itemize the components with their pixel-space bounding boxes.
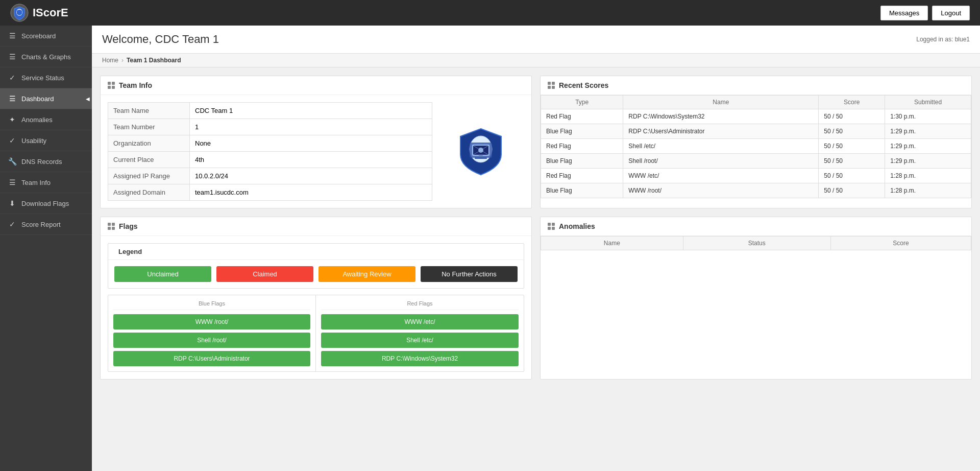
download-flags-icon: ⬇	[8, 199, 16, 207]
anomalies-card-header: Anomalies	[541, 217, 971, 236]
blue-flag-button[interactable]: WWW /root/	[113, 314, 310, 329]
legend-no-further-actions[interactable]: No Further Actions	[421, 266, 518, 282]
team-field-value: CDC Team 1	[190, 103, 432, 119]
team-info-icon: ☰	[8, 178, 16, 186]
scores-name: WWW /etc/	[623, 169, 819, 183]
blue-flags-header: Blue Flags	[113, 300, 310, 310]
sidebar-label-service-status: Service Status	[21, 74, 64, 82]
sidebar-item-team-info[interactable]: ☰ Team Info	[0, 172, 92, 193]
sidebar-label-dns-records: DNS Records	[21, 158, 62, 166]
team-info-table: Team NameCDC Team 1Team Number1Organizat…	[108, 102, 432, 201]
anomaly-col-header: Name	[541, 237, 683, 250]
scoreboard-icon: ☰	[8, 32, 16, 40]
recent-scores-body: TypeNameScoreSubmitted Red FlagRDP C:\Wi…	[541, 95, 971, 198]
blue-flag-button[interactable]: Shell /root/	[113, 333, 310, 348]
scores-score: 50 / 50	[819, 169, 885, 183]
breadcrumb-current: Team 1 Dashboard	[127, 57, 181, 64]
legend-awaiting-review[interactable]: Awaiting Review	[318, 266, 415, 282]
sidebar-item-dashboard[interactable]: ☰ Dashboard ◀	[0, 88, 92, 109]
flags-card: Flags Legend Unclaimed Claimed	[100, 217, 532, 380]
logo-text: IScorE	[33, 6, 68, 19]
anomalies-icon: ✦	[8, 115, 16, 124]
team-info-card: Team Info Team NameCDC Team 1Team Number…	[100, 76, 532, 208]
scores-row: Red FlagWWW /etc/50 / 501:28 p.m.	[541, 169, 971, 183]
main-header: Welcome, CDC Team 1 Logged in as: blue1	[92, 26, 980, 54]
legend-claimed[interactable]: Claimed	[216, 266, 313, 282]
sidebar-label-anomalies: Anomalies	[21, 116, 53, 124]
red-flag-button[interactable]: RDP C:\Windows\System32	[321, 351, 519, 366]
topbar: IScorE Messages Logout	[0, 0, 980, 26]
breadcrumb: Home › Team 1 Dashboard	[92, 54, 980, 67]
usability-icon: ✓	[8, 136, 16, 145]
sidebar: ☰ Scoreboard ☰ Charts & Graphs ✓ Service…	[0, 26, 92, 471]
anomalies-card: Anomalies NameStatusScore	[540, 217, 972, 380]
scores-score: 50 / 50	[819, 139, 885, 154]
sidebar-item-anomalies[interactable]: ✦ Anomalies	[0, 109, 92, 130]
team-field-label: Team Name	[108, 103, 190, 119]
dns-icon: 🔧	[8, 157, 16, 166]
sidebar-item-dns-records[interactable]: 🔧 DNS Records	[0, 151, 92, 172]
scores-row: Red FlagRDP C:\Windows\System3250 / 501:…	[541, 109, 971, 124]
red-flags-list: WWW /etc/Shell /etc/RDP C:\Windows\Syste…	[321, 314, 519, 366]
scores-submitted: 1:29 p.m.	[885, 124, 971, 139]
flags-grid: Blue Flags WWW /root/Shell /root/RDP C:\…	[108, 295, 524, 372]
legend-body: Unclaimed Claimed Awaiting Review No Fur…	[108, 260, 524, 288]
team-field-value: 10.0.2.0/24	[190, 168, 432, 184]
red-flag-button[interactable]: WWW /etc/	[321, 314, 519, 329]
recent-scores-card-header: Recent Scores	[541, 76, 971, 95]
svg-rect-10	[475, 157, 487, 159]
messages-button[interactable]: Messages	[880, 6, 928, 20]
blue-flags-col: Blue Flags WWW /root/Shell /root/RDP C:\…	[108, 295, 316, 371]
sidebar-item-charts-graphs[interactable]: ☰ Charts & Graphs	[0, 46, 92, 67]
scores-name: RDP C:\Users\Administrator	[623, 124, 819, 139]
scores-row: Blue FlagWWW /root/50 / 501:28 p.m.	[541, 183, 971, 198]
sidebar-item-download-flags[interactable]: ⬇ Download Flags	[0, 193, 92, 214]
sidebar-label-charts-graphs: Charts & Graphs	[21, 53, 71, 61]
team-field-label: Assigned IP Range	[108, 168, 190, 184]
charts-icon: ☰	[8, 53, 16, 61]
team-field-value: team1.isucdc.com	[190, 184, 432, 201]
scores-score: 50 / 50	[819, 124, 885, 139]
logout-button[interactable]: Logout	[932, 6, 970, 20]
service-status-icon: ✓	[8, 74, 16, 82]
red-flag-button[interactable]: Shell /etc/	[321, 333, 519, 348]
breadcrumb-home[interactable]: Home	[102, 57, 118, 64]
scores-type: Red Flag	[541, 169, 623, 183]
flags-body: Legend Unclaimed Claimed Awaiting Review…	[101, 236, 531, 379]
scores-type: Red Flag	[541, 139, 623, 154]
sidebar-label-usability: Usability	[21, 137, 46, 145]
scores-score: 50 / 50	[819, 154, 885, 169]
scores-name: Shell /root/	[623, 154, 819, 169]
scores-score: 50 / 50	[819, 109, 885, 124]
logged-in-status: Logged in as: blue1	[916, 36, 970, 43]
scores-score: 50 / 50	[819, 183, 885, 198]
sidebar-label-dashboard: Dashboard	[21, 95, 54, 103]
blue-flag-button[interactable]: RDP C:\Users\Administrator	[113, 351, 310, 366]
sidebar-item-usability[interactable]: ✓ Usability	[0, 130, 92, 151]
scores-submitted: 1:30 p.m.	[885, 109, 971, 124]
sidebar-item-scoreboard[interactable]: ☰ Scoreboard	[0, 26, 92, 46]
team-info-row: OrganizationNone	[108, 135, 432, 152]
flags-grid-icon	[108, 223, 115, 230]
recent-scores-card: Recent Scores TypeNameScoreSubmitted Red…	[540, 76, 972, 208]
scores-row: Blue FlagRDP C:\Users\Administrator50 / …	[541, 124, 971, 139]
scores-col-header: Name	[623, 96, 819, 109]
anomaly-col-header: Status	[683, 237, 830, 250]
legend-title: Legend	[118, 248, 142, 255]
team-info-row: Assigned IP Range10.0.2.0/24	[108, 168, 432, 184]
anomalies-grid-icon	[548, 223, 555, 230]
scores-name: Shell /etc/	[623, 139, 819, 154]
sidebar-label-download-flags: Download Flags	[21, 200, 69, 207]
breadcrumb-separator: ›	[121, 57, 124, 64]
anomalies-table: NameStatusScore	[541, 236, 971, 250]
sidebar-label-team-info: Team Info	[21, 179, 51, 186]
team-info-row: Current Place4th	[108, 152, 432, 168]
sidebar-item-score-report[interactable]: ✓ Score Report	[0, 214, 92, 235]
logo: IScorE	[10, 4, 68, 22]
score-report-icon: ✓	[8, 220, 16, 228]
sidebar-toggle[interactable]: ◀	[84, 91, 92, 106]
sidebar-item-service-status[interactable]: ✓ Service Status	[0, 67, 92, 88]
legend-header: Legend	[108, 244, 524, 260]
team-logo	[437, 102, 524, 201]
legend-unclaimed[interactable]: Unclaimed	[114, 266, 211, 282]
